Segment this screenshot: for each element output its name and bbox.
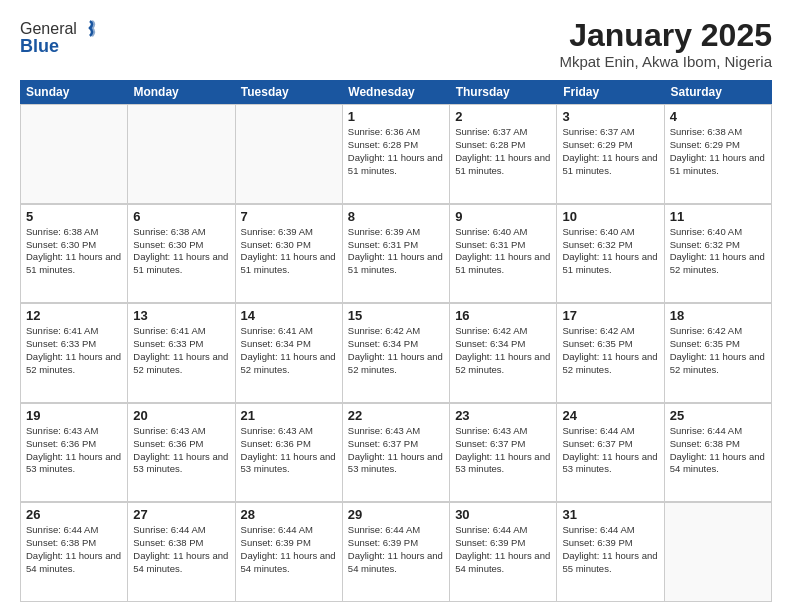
cell-info: Sunrise: 6:40 AM Sunset: 6:32 PM Dayligh… <box>562 226 658 277</box>
day-number: 13 <box>133 308 229 323</box>
day-number: 18 <box>670 308 766 323</box>
day-number: 23 <box>455 408 551 423</box>
day-number: 11 <box>670 209 766 224</box>
day-number: 1 <box>348 109 444 124</box>
title-block: January 2025 Mkpat Enin, Akwa Ibom, Nige… <box>559 18 772 70</box>
day-cell-4: 4Sunrise: 6:38 AM Sunset: 6:29 PM Daylig… <box>665 105 772 204</box>
cell-info: Sunrise: 6:40 AM Sunset: 6:31 PM Dayligh… <box>455 226 551 277</box>
page: General Blue January 2025 Mkpat Enin, Ak… <box>0 0 792 612</box>
header: General Blue January 2025 Mkpat Enin, Ak… <box>20 18 772 70</box>
day-cell-20: 20Sunrise: 6:43 AM Sunset: 6:36 PM Dayli… <box>128 404 235 503</box>
cell-info: Sunrise: 6:36 AM Sunset: 6:28 PM Dayligh… <box>348 126 444 177</box>
cell-info: Sunrise: 6:44 AM Sunset: 6:38 PM Dayligh… <box>133 524 229 575</box>
cell-info: Sunrise: 6:38 AM Sunset: 6:30 PM Dayligh… <box>26 226 122 277</box>
cell-info: Sunrise: 6:43 AM Sunset: 6:37 PM Dayligh… <box>455 425 551 476</box>
day-number: 24 <box>562 408 658 423</box>
day-number: 31 <box>562 507 658 522</box>
cell-info: Sunrise: 6:44 AM Sunset: 6:39 PM Dayligh… <box>562 524 658 575</box>
day-cell-21: 21Sunrise: 6:43 AM Sunset: 6:36 PM Dayli… <box>236 404 343 503</box>
day-number: 3 <box>562 109 658 124</box>
cell-info: Sunrise: 6:44 AM Sunset: 6:39 PM Dayligh… <box>241 524 337 575</box>
day-cell-6: 6Sunrise: 6:38 AM Sunset: 6:30 PM Daylig… <box>128 205 235 304</box>
day-cell-7: 7Sunrise: 6:39 AM Sunset: 6:30 PM Daylig… <box>236 205 343 304</box>
week-3: 12Sunrise: 6:41 AM Sunset: 6:33 PM Dayli… <box>20 303 772 403</box>
day-cell-22: 22Sunrise: 6:43 AM Sunset: 6:37 PM Dayli… <box>343 404 450 503</box>
calendar-body: 1Sunrise: 6:36 AM Sunset: 6:28 PM Daylig… <box>20 104 772 602</box>
day-number: 30 <box>455 507 551 522</box>
day-cell-16: 16Sunrise: 6:42 AM Sunset: 6:34 PM Dayli… <box>450 304 557 403</box>
day-cell-5: 5Sunrise: 6:38 AM Sunset: 6:30 PM Daylig… <box>21 205 128 304</box>
day-cell-8: 8Sunrise: 6:39 AM Sunset: 6:31 PM Daylig… <box>343 205 450 304</box>
day-cell-12: 12Sunrise: 6:41 AM Sunset: 6:33 PM Dayli… <box>21 304 128 403</box>
day-number: 27 <box>133 507 229 522</box>
day-number: 21 <box>241 408 337 423</box>
cell-info: Sunrise: 6:44 AM Sunset: 6:39 PM Dayligh… <box>348 524 444 575</box>
cell-info: Sunrise: 6:44 AM Sunset: 6:38 PM Dayligh… <box>26 524 122 575</box>
cell-info: Sunrise: 6:42 AM Sunset: 6:34 PM Dayligh… <box>455 325 551 376</box>
day-number: 7 <box>241 209 337 224</box>
day-number: 12 <box>26 308 122 323</box>
day-cell-18: 18Sunrise: 6:42 AM Sunset: 6:35 PM Dayli… <box>665 304 772 403</box>
day-number: 8 <box>348 209 444 224</box>
day-number: 20 <box>133 408 229 423</box>
day-number: 16 <box>455 308 551 323</box>
cell-info: Sunrise: 6:38 AM Sunset: 6:29 PM Dayligh… <box>670 126 766 177</box>
header-day-sunday: Sunday <box>20 80 127 104</box>
header-day-monday: Monday <box>127 80 234 104</box>
day-cell-31: 31Sunrise: 6:44 AM Sunset: 6:39 PM Dayli… <box>557 503 664 602</box>
cell-info: Sunrise: 6:43 AM Sunset: 6:36 PM Dayligh… <box>133 425 229 476</box>
cell-info: Sunrise: 6:42 AM Sunset: 6:35 PM Dayligh… <box>562 325 658 376</box>
cell-info: Sunrise: 6:38 AM Sunset: 6:30 PM Dayligh… <box>133 226 229 277</box>
day-number: 9 <box>455 209 551 224</box>
cell-info: Sunrise: 6:43 AM Sunset: 6:37 PM Dayligh… <box>348 425 444 476</box>
day-cell-13: 13Sunrise: 6:41 AM Sunset: 6:33 PM Dayli… <box>128 304 235 403</box>
empty-cell <box>21 105 128 204</box>
day-cell-3: 3Sunrise: 6:37 AM Sunset: 6:29 PM Daylig… <box>557 105 664 204</box>
day-number: 29 <box>348 507 444 522</box>
calendar-title: January 2025 <box>559 18 772 53</box>
week-4: 19Sunrise: 6:43 AM Sunset: 6:36 PM Dayli… <box>20 403 772 503</box>
calendar-header-row: SundayMondayTuesdayWednesdayThursdayFrid… <box>20 80 772 104</box>
day-number: 25 <box>670 408 766 423</box>
day-number: 28 <box>241 507 337 522</box>
day-cell-17: 17Sunrise: 6:42 AM Sunset: 6:35 PM Dayli… <box>557 304 664 403</box>
day-number: 2 <box>455 109 551 124</box>
day-number: 15 <box>348 308 444 323</box>
header-day-friday: Friday <box>557 80 664 104</box>
day-cell-19: 19Sunrise: 6:43 AM Sunset: 6:36 PM Dayli… <box>21 404 128 503</box>
cell-info: Sunrise: 6:44 AM Sunset: 6:37 PM Dayligh… <box>562 425 658 476</box>
cell-info: Sunrise: 6:41 AM Sunset: 6:34 PM Dayligh… <box>241 325 337 376</box>
day-cell-29: 29Sunrise: 6:44 AM Sunset: 6:39 PM Dayli… <box>343 503 450 602</box>
day-number: 10 <box>562 209 658 224</box>
header-day-wednesday: Wednesday <box>342 80 449 104</box>
day-cell-10: 10Sunrise: 6:40 AM Sunset: 6:32 PM Dayli… <box>557 205 664 304</box>
day-cell-11: 11Sunrise: 6:40 AM Sunset: 6:32 PM Dayli… <box>665 205 772 304</box>
day-number: 4 <box>670 109 766 124</box>
day-cell-9: 9Sunrise: 6:40 AM Sunset: 6:31 PM Daylig… <box>450 205 557 304</box>
day-number: 26 <box>26 507 122 522</box>
header-day-thursday: Thursday <box>450 80 557 104</box>
cell-info: Sunrise: 6:44 AM Sunset: 6:39 PM Dayligh… <box>455 524 551 575</box>
calendar-subtitle: Mkpat Enin, Akwa Ibom, Nigeria <box>559 53 772 70</box>
empty-cell <box>128 105 235 204</box>
day-cell-28: 28Sunrise: 6:44 AM Sunset: 6:39 PM Dayli… <box>236 503 343 602</box>
cell-info: Sunrise: 6:39 AM Sunset: 6:30 PM Dayligh… <box>241 226 337 277</box>
day-cell-27: 27Sunrise: 6:44 AM Sunset: 6:38 PM Dayli… <box>128 503 235 602</box>
week-1: 1Sunrise: 6:36 AM Sunset: 6:28 PM Daylig… <box>20 104 772 204</box>
cell-info: Sunrise: 6:42 AM Sunset: 6:34 PM Dayligh… <box>348 325 444 376</box>
day-cell-24: 24Sunrise: 6:44 AM Sunset: 6:37 PM Dayli… <box>557 404 664 503</box>
day-number: 14 <box>241 308 337 323</box>
day-number: 6 <box>133 209 229 224</box>
day-cell-26: 26Sunrise: 6:44 AM Sunset: 6:38 PM Dayli… <box>21 503 128 602</box>
cell-info: Sunrise: 6:41 AM Sunset: 6:33 PM Dayligh… <box>133 325 229 376</box>
week-5: 26Sunrise: 6:44 AM Sunset: 6:38 PM Dayli… <box>20 502 772 602</box>
week-2: 5Sunrise: 6:38 AM Sunset: 6:30 PM Daylig… <box>20 204 772 304</box>
logo-icon <box>79 18 101 40</box>
logo: General Blue <box>20 18 101 57</box>
day-cell-23: 23Sunrise: 6:43 AM Sunset: 6:37 PM Dayli… <box>450 404 557 503</box>
empty-cell <box>665 503 772 602</box>
cell-info: Sunrise: 6:43 AM Sunset: 6:36 PM Dayligh… <box>241 425 337 476</box>
day-number: 19 <box>26 408 122 423</box>
day-number: 5 <box>26 209 122 224</box>
calendar: SundayMondayTuesdayWednesdayThursdayFrid… <box>20 80 772 602</box>
